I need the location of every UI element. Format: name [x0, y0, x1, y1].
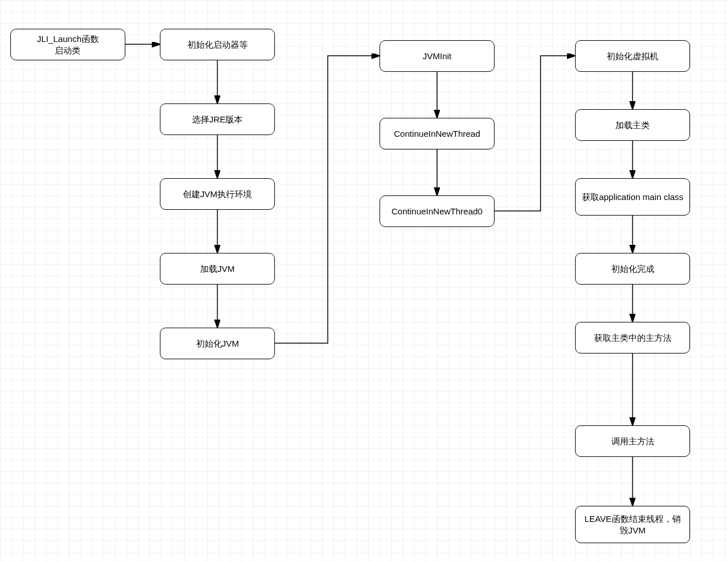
node-label: LEAVE函数结束线程，销毁JVM [581, 513, 684, 536]
node-call-main-method: 调用主方法 [575, 425, 690, 457]
node-label: JLI_Launch函数启动类 [37, 33, 99, 56]
node-label: 选择JRE版本 [192, 114, 243, 125]
node-leave-destroy-jvm: LEAVE函数结束线程，销毁JVM [575, 506, 690, 543]
node-get-main-method: 获取主类中的主方法 [575, 322, 690, 353]
node-continue-new-thread0: ContinueInNewThread0 [380, 195, 495, 227]
node-select-jre: 选择JRE版本 [160, 103, 275, 135]
node-load-main-class: 加载主类 [575, 109, 690, 141]
node-label: 初始化JVM [196, 338, 239, 349]
node-label: JVMInit [423, 51, 451, 62]
node-label: 加载主类 [615, 120, 650, 131]
node-load-jvm: 加载JVM [160, 253, 275, 285]
node-label: 加载JVM [200, 263, 235, 275]
node-label: 初始化虚拟机 [607, 51, 658, 62]
node-continue-new-thread: ContinueInNewThread [380, 118, 495, 149]
node-label: 初始化完成 [611, 263, 654, 275]
node-jli-launch: JLI_Launch函数启动类 [10, 29, 125, 60]
node-init-vm: 初始化虚拟机 [575, 40, 690, 72]
node-label: 创建JVM执行环境 [183, 189, 252, 200]
node-init-jvm: 初始化JVM [160, 328, 275, 359]
node-jvminit: JVMInit [380, 40, 495, 72]
node-init-launcher: 初始化启动器等 [160, 29, 275, 60]
node-create-jvm-env: 创建JVM执行环境 [160, 178, 275, 210]
node-label: 调用主方法 [611, 436, 654, 447]
node-label: 获取主类中的主方法 [594, 332, 672, 344]
node-label: 初始化启动器等 [187, 39, 248, 51]
node-label: ContinueInNewThread [394, 128, 480, 140]
node-label: ContinueInNewThread0 [392, 206, 482, 217]
node-init-complete: 初始化完成 [575, 253, 690, 285]
node-get-app-main-class: 获取application main class [575, 178, 690, 216]
node-label: 获取application main class [582, 191, 684, 203]
